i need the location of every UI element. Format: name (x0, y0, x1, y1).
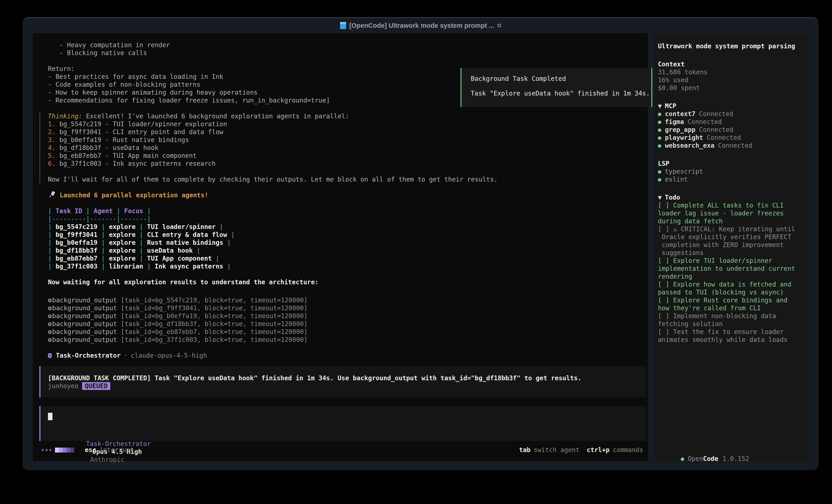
pipe: | (139, 231, 144, 239)
terminal-main-pane: - Heavy computation in render - Blocking… (33, 33, 648, 461)
todo-text: Explore how data is fetched and passed t… (658, 281, 791, 296)
cell-task-id: bg_df18bb3f (52, 247, 101, 254)
tool-name: background_output (52, 320, 117, 328)
todo-item: [ ] Explore Rust core bindings and how t… (658, 296, 805, 312)
cell-agent: explore (105, 239, 139, 246)
prompt-input[interactable]: Task-Orchestrator Opus 4.5 High Anthropi… (40, 406, 646, 441)
mcp-status: Connected (699, 110, 733, 118)
warning-icon: ⚠ (673, 225, 677, 233)
agent-model: claude-opus-4-5-high (131, 352, 207, 360)
gear-icon: ⚙ (48, 328, 52, 336)
announce-line: Launched 6 parallel exploration agents! (33, 191, 648, 199)
notification-toast[interactable]: Background Task Completed Task "Explore … (461, 68, 652, 107)
tool-args: [task_id=bg_df18bb3f, block=true, timeou… (117, 320, 308, 328)
scrollback-line: - Blocking native calls (33, 49, 648, 57)
status-dot-icon (658, 113, 661, 116)
app-version: 1.0.152 (722, 455, 749, 463)
todo-checkbox: [ ] (658, 312, 673, 320)
list-number: 5. (48, 152, 56, 160)
thinking-intro: Excellent! I've launched 6 background ex… (82, 112, 349, 120)
tool-args: [task_id=bg_f9ff3041, block=true, timeou… (117, 304, 308, 312)
separator-dot: · (124, 352, 128, 360)
spinner-gradient-icon (55, 448, 74, 452)
pipe: | (101, 223, 105, 230)
pipe: | (216, 255, 219, 262)
waiting-line: Now waiting for all exploration results … (33, 278, 648, 286)
cell-focus: Rust native bindings (143, 239, 227, 246)
status-bar: esc interrupt tab switch agent ctrl+p co… (33, 446, 648, 454)
thinking-item: 3. bg_b0effa19 - Rust native bindings (48, 136, 648, 144)
lsp-item: typescript (658, 168, 805, 175)
status-dot-icon (658, 120, 661, 124)
context-spent: $0.00 spent (658, 84, 805, 92)
list-text: bg_f9ff3041 - CLI entry point and data f… (56, 128, 224, 136)
pipe: | (48, 231, 52, 239)
agent-name: Task-Orchestrator (56, 352, 121, 360)
cell-agent: explore (105, 231, 139, 239)
todo-heading: Todo (665, 194, 680, 201)
tool-name: background_output (52, 304, 117, 312)
tool-call-line: ⚙background_output [task_id=bg_5547c219,… (33, 296, 648, 304)
document-icon (340, 22, 346, 29)
chevron-down-icon[interactable]: ▼ (658, 102, 662, 110)
mcp-name: context7 (665, 110, 696, 118)
pipe: | (101, 262, 105, 270)
status-dot-icon (658, 136, 661, 140)
input-cursor-line[interactable] (48, 413, 646, 421)
todo-item: [ ] Explore how data is fetched and pass… (658, 280, 805, 296)
tool-call-line: ⚙background_output [task_id=bg_b0effa19,… (33, 312, 648, 320)
pipe: | (101, 231, 105, 239)
chevron-down-icon[interactable]: ▼ (658, 194, 662, 201)
list-number: 4. (48, 144, 56, 151)
todo-item: [ ] Implement non-blocking data fetching… (658, 312, 805, 328)
mcp-heading-row[interactable]: ▼MCP (658, 102, 805, 110)
lsp-heading: LSP (658, 160, 805, 168)
pipe: | (227, 262, 231, 270)
thinking-outro: Now I'll wait for all of them to complet… (48, 175, 648, 184)
pipe: | (147, 207, 151, 215)
todo-text: Test the fix to ensure loader animates s… (658, 328, 787, 343)
text-cursor (48, 413, 52, 420)
status-dot-icon (658, 170, 661, 174)
list-text: bg_eb87ebb7 - TUI App main component (56, 152, 197, 160)
spinner-dots-icon (42, 449, 51, 451)
mcp-status: Connected (687, 118, 722, 125)
lsp-name: eslint (665, 176, 688, 183)
pipe: | (219, 223, 224, 230)
tool-call-line: ⚙background_output [task_id=bg_eb87ebb7,… (33, 328, 648, 336)
todo-text: Complete ALL tasks to fix CLI loader lag… (658, 202, 784, 225)
list-number: 3. (48, 136, 56, 144)
thinking-intro-line: Thinking: Excellent! I've launched 6 bac… (48, 112, 648, 120)
col-task-id: Task ID (52, 207, 86, 215)
mcp-status: Connected (718, 142, 752, 149)
col-focus: Focus (120, 207, 147, 215)
input-provider-name: Anthropic (90, 456, 125, 464)
pipe: | (101, 247, 105, 254)
gear-icon: ⚙ (48, 297, 52, 304)
thinking-label: Thinking: (48, 112, 82, 120)
status-dot-icon (658, 178, 661, 181)
pipe: | (116, 207, 120, 215)
cell-focus: useData hook (143, 247, 197, 254)
pipe: | (48, 262, 52, 270)
completed-meta-row: junhoyeoQUEUED (48, 382, 646, 390)
cell-agent: explore (105, 255, 139, 262)
lsp-name: typescript (665, 168, 703, 175)
list-text: bg_37f1c003 - Ink async patterns researc… (56, 160, 216, 167)
mcp-item: grep_appConnected (658, 126, 805, 134)
pipe: | (101, 239, 105, 246)
gear-icon: ⚙ (48, 320, 52, 328)
todo-heading-row[interactable]: ▼Todo (658, 194, 805, 201)
titlebar: [OpenCode] Ultrawork mode system prompt … (23, 18, 818, 33)
todo-checkbox: [ ] (658, 328, 673, 336)
lsp-item: eslint (658, 175, 805, 184)
mcp-item: figmaConnected (658, 118, 805, 126)
context-tokens: 31,686 tokens (658, 68, 805, 76)
list-text: bg_b0effa19 - Rust native bindings (56, 136, 189, 144)
cell-agent: explore (105, 223, 139, 230)
table-row: | bg_df18bb3f | explore | useData hook | (33, 247, 648, 254)
toast-title: Background Task Completed (471, 75, 651, 83)
mcp-item: context7Connected (658, 110, 805, 118)
pipe: | (48, 207, 52, 215)
cell-focus: TUI App component (143, 255, 215, 262)
